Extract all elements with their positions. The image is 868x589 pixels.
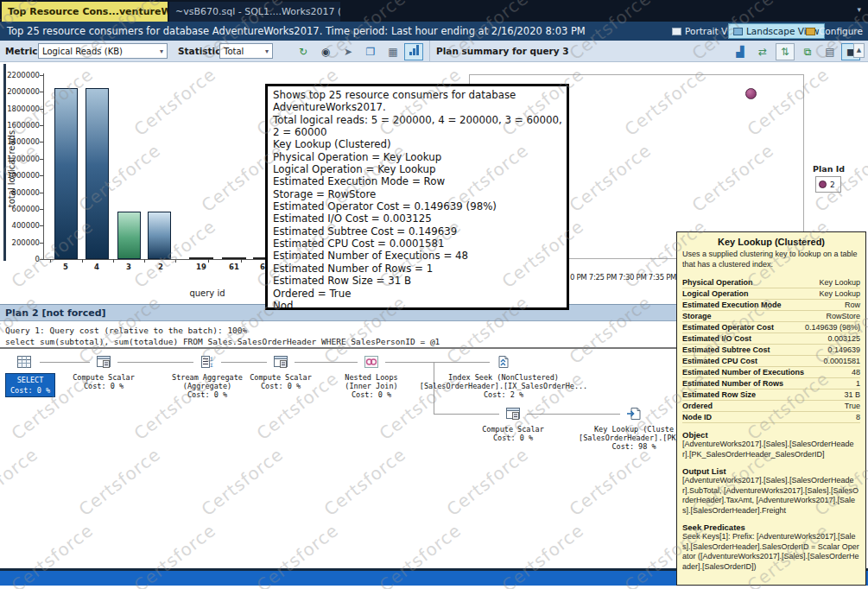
annotation-line: AdventureWorks2017. <box>273 101 561 113</box>
key-lookup-icon[interactable] <box>626 406 642 421</box>
x-tick-label: 19 <box>188 263 214 271</box>
refresh-button[interactable]: ↻ <box>294 43 313 60</box>
ssms-query-store-window: Top Resource Cons...ventureWorks2017] ⊹ … <box>0 0 868 589</box>
configure-button[interactable]: Configure <box>801 23 867 39</box>
force-plan-button[interactable]: ⇄ <box>753 43 772 60</box>
tab-list-dropdown-icon[interactable]: ▾ <box>857 5 861 14</box>
time-axis-labels: 0 PM 7:25 PM 7:30 PM 7:35 PM 7:4 <box>570 273 676 283</box>
open-query-button[interactable]: ❐ <box>361 43 380 60</box>
scroll-up-icon: ▲ <box>857 47 861 54</box>
x-tick-label: 4 <box>84 263 110 271</box>
tooltip-row: Estimated CPU Cost0.0001581 <box>682 356 860 367</box>
summary-chart-button[interactable]: ▟ <box>731 43 750 60</box>
plan-connector <box>434 414 499 415</box>
y-tick-label: 1600000 <box>2 121 40 130</box>
stop-button[interactable]: ◉ <box>316 43 335 60</box>
annotation-line: 2 = 60000 <box>273 126 561 138</box>
tab-sql-query-file[interactable]: ~vsB670.sql - SQL1....Works2017 (sa (62)… <box>169 2 340 22</box>
compute-scalar-icon[interactable] <box>96 354 111 370</box>
tooltip-row: Estimated Number of Executions48 <box>682 367 860 378</box>
unforce-plan-button[interactable]: ⇅ <box>776 43 795 60</box>
annotation-line: Total logical reads: 5 = 200000, 4 = 200… <box>273 114 561 126</box>
x-axis-title: query id <box>155 288 259 298</box>
x-tick-mark <box>175 259 176 263</box>
y-tick-mark <box>40 175 43 176</box>
y-tick-mark <box>40 109 43 110</box>
annotation-line: Estimated CPU Cost = 0.0001581 <box>273 238 561 250</box>
report-toolbar: Metric Logical Reads (KB) ▾ Statistic To… <box>0 41 868 62</box>
chart-bar-query-19[interactable] <box>189 257 213 259</box>
x-tick-mark <box>144 259 145 263</box>
plan-grid-view-button[interactable]: ▤ <box>820 43 839 60</box>
query-sql-text: select sum(subtotal), sum(totaldue) FROM… <box>5 337 440 346</box>
track-query-button[interactable]: ➤ <box>339 43 358 60</box>
report-title: Top 25 resource consumers for database A… <box>7 22 586 41</box>
chart-bar-query-61[interactable] <box>222 257 246 259</box>
operator-tooltip: Key Lookup (Clustered) Uses a supplied c… <box>676 231 866 586</box>
chart-view-button[interactable] <box>404 43 423 60</box>
tooltip-row: Estimated Number of Rows1 <box>682 378 860 390</box>
y-tick-mark <box>40 142 43 142</box>
compute-scalar-icon[interactable] <box>505 406 521 421</box>
x-tick-label: 3 <box>116 263 142 271</box>
stop-icon: ◉ <box>321 46 330 58</box>
scroll-up-button[interactable]: ▲ <box>853 43 865 58</box>
chart-bar-query-4[interactable] <box>86 88 109 259</box>
tooltip-title: Key Lookup (Clustered) <box>682 237 860 247</box>
x-tick-label: 5 <box>53 263 79 271</box>
y-tick-label: 600000 <box>2 205 40 213</box>
compare-plans-icon: ⧉ <box>804 46 812 58</box>
annotation-line: Storage = RowStore <box>273 188 561 200</box>
plan-id-legend-title: Plan Id <box>813 164 845 174</box>
y-axis-line <box>43 73 44 259</box>
chart-bar-query-5[interactable] <box>54 88 78 259</box>
annotation-overlay: Shows top 25 resource consumers for data… <box>265 84 569 310</box>
compare-plans-button[interactable]: ⧉ <box>798 43 817 60</box>
query-cost-text: Query 1: Query cost (relative to the bat… <box>5 326 247 335</box>
document-tab-bar: Top Resource Cons...ventureWorks2017] ⊹ … <box>0 0 868 22</box>
stream-aggregate-icon[interactable]: ΣΣ <box>200 354 215 370</box>
grid-view-icon: ▦ <box>388 46 397 58</box>
refresh-icon: ↻ <box>299 46 307 58</box>
force-plan-icon: ⇄ <box>758 46 767 58</box>
annotation-line: Estimated Row Size = 31 B <box>273 275 561 287</box>
x-tick-mark <box>82 259 83 263</box>
plan-id-legend[interactable]: 2 <box>815 176 841 193</box>
y-tick-label: 400000 <box>2 221 40 230</box>
index-seek-icon[interactable] <box>496 354 511 370</box>
tooltip-row: Estimated Row Size31 B <box>682 390 860 401</box>
plan-connector <box>527 414 620 415</box>
plan-node-label[interactable]: Index Seek (NonClustered)[SalesOrderHead… <box>417 373 590 399</box>
tooltip-row: Logical OperationKey Lookup <box>682 288 860 300</box>
open-query-icon: ❐ <box>366 46 376 58</box>
configure-icon <box>806 28 815 35</box>
result-icon[interactable] <box>16 354 32 370</box>
tooltip-section-title: Object <box>682 430 860 440</box>
tab-top-resource-consumers[interactable]: Top Resource Cons...ventureWorks2017] ⊹ … <box>2 2 168 22</box>
svg-text:Σ: Σ <box>210 362 213 368</box>
y-tick-mark <box>40 125 43 126</box>
metric-select[interactable]: Logical Reads (KB) ▾ <box>38 43 168 59</box>
annotation-line: Ordered = True <box>273 288 561 300</box>
tooltip-row: Physical OperationKey Lookup <box>682 277 860 288</box>
nested-loops-icon[interactable] <box>364 354 379 370</box>
y-tick-mark <box>40 75 43 76</box>
y-tick-mark <box>40 243 43 244</box>
statistic-select[interactable]: Total ▾ <box>219 43 273 59</box>
plan-connector <box>40 362 90 363</box>
y-tick-mark <box>40 193 43 193</box>
compute-scalar-icon[interactable] <box>273 354 288 370</box>
chart-bar-query-2[interactable] <box>148 212 171 259</box>
tooltip-section-title: Output List <box>682 466 860 476</box>
x-tick-mark <box>113 259 114 263</box>
y-tick-label: 2000000 <box>2 87 40 96</box>
chart-bar-query-3[interactable] <box>117 212 141 259</box>
x-tick-mark <box>241 259 242 263</box>
plan-scatter-point[interactable] <box>745 88 757 99</box>
annotation-line: Nod <box>273 300 561 310</box>
portrait-view-icon <box>672 28 681 35</box>
y-tick-label: 800000 <box>2 188 40 197</box>
x-tick-label: 61 <box>221 263 247 271</box>
y-tick-label: 200000 <box>2 238 40 247</box>
grid-view-button[interactable]: ▦ <box>383 43 402 60</box>
